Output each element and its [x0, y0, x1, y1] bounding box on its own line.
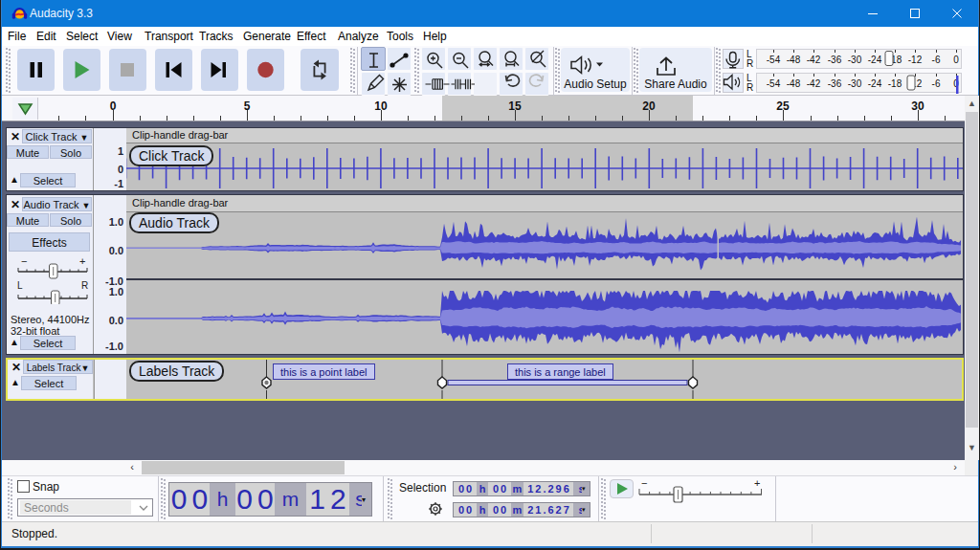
svg-text:+: +: [754, 479, 760, 489]
svg-text:-48: -48: [787, 55, 801, 65]
svg-text:−: −: [641, 479, 647, 489]
svg-text:0: 0: [953, 55, 959, 65]
svg-text:-36: -36: [828, 78, 842, 89]
svg-text:-24: -24: [868, 55, 882, 65]
svg-text:R: R: [81, 280, 88, 291]
svg-text:L: L: [17, 280, 23, 291]
svg-text:-30: -30: [848, 55, 862, 65]
svg-text:-54: -54: [767, 55, 781, 65]
svg-text:-48: -48: [787, 78, 801, 89]
svg-text:-12: -12: [908, 55, 923, 65]
svg-text:-30: -30: [848, 78, 862, 89]
svg-text:-36: -36: [828, 55, 842, 65]
svg-text:-42: -42: [807, 78, 821, 89]
svg-text:-6: -6: [932, 55, 941, 65]
svg-text:-18: -18: [888, 78, 902, 89]
svg-text:−: −: [21, 256, 27, 267]
svg-text:-42: -42: [807, 55, 821, 65]
svg-text:+: +: [79, 256, 85, 267]
svg-text:-54: -54: [767, 78, 781, 89]
svg-text:-24: -24: [868, 78, 882, 89]
svg-text:-6: -6: [932, 78, 941, 89]
